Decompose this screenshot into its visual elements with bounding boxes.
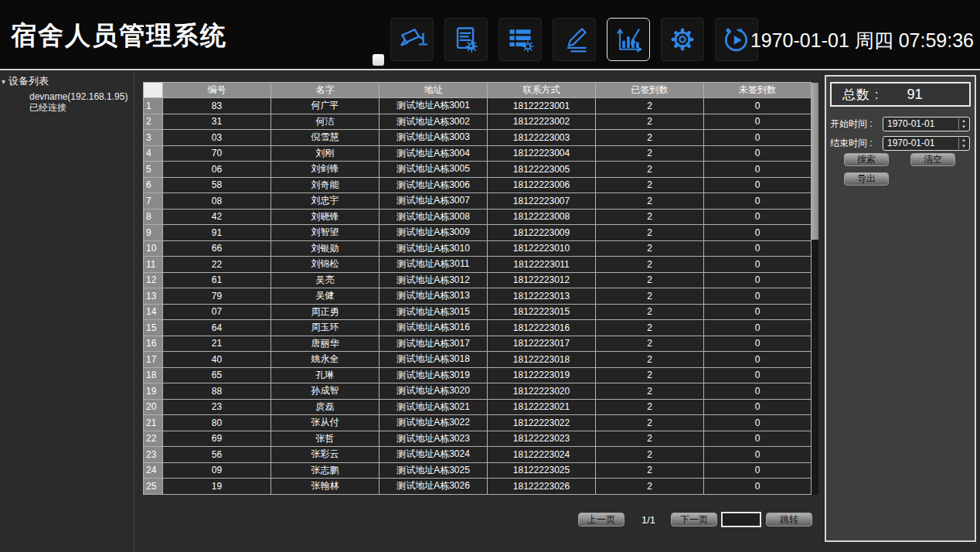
table-row[interactable]: 1261吴亮测试地址A栋30121812222301220 xyxy=(143,273,812,289)
table-row[interactable]: 231何洁测试地址A栋30021812222300220 xyxy=(143,114,812,131)
table-row[interactable]: 1379吴健测试地址A栋30131812222301320 xyxy=(143,288,812,305)
table-row[interactable]: 991刘智望测试地址A栋30091812222300920 xyxy=(143,225,812,241)
prev-page-button[interactable]: 上一页 xyxy=(578,513,624,526)
total-value: 91 xyxy=(907,87,922,103)
table-scrollbar-track[interactable] xyxy=(812,83,818,495)
table-cell: 2 xyxy=(596,305,704,321)
table-row[interactable]: 1066刘银勋测试地址A栋30101812222301020 xyxy=(143,241,812,257)
table-row[interactable]: 183何广平测试地址A栋30011812222300120 xyxy=(143,98,812,114)
table-cell: 刘晓锋 xyxy=(271,210,379,226)
table-row[interactable]: 470刘刚测试地址A栋30041812222300420 xyxy=(143,146,812,162)
table-cell: 08 xyxy=(163,193,271,210)
table-cell: 测试地址A栋3016 xyxy=(379,320,488,336)
row-number: 5 xyxy=(143,162,163,178)
playback-icon xyxy=(721,24,752,55)
table-cell: 18122223019 xyxy=(488,368,596,384)
device-item[interactable]: devname(192.168.1.95) 已经连接 xyxy=(29,91,134,113)
table-cell: 2 xyxy=(596,241,704,257)
table-cell: 2 xyxy=(596,178,704,194)
table-cell: 18122223022 xyxy=(488,415,596,431)
column-header-1[interactable]: 编号 xyxy=(163,82,271,98)
toolbar-register-button[interactable] xyxy=(553,18,596,61)
table-cell: 刘银勋 xyxy=(271,241,379,257)
table-row[interactable]: 1865孔琳测试地址A栋30191812222301920 xyxy=(143,368,812,384)
table-row[interactable]: 658刘奇能测试地址A栋30061812222300620 xyxy=(143,178,812,194)
row-number: 11 xyxy=(143,257,163,273)
table-row[interactable]: 1988孙成智测试地址A栋30201812222302020 xyxy=(143,383,812,400)
table-cell: 91 xyxy=(163,225,271,241)
column-header-3[interactable]: 地址 xyxy=(379,82,488,98)
app-header: 宿舍人员管理系统 xyxy=(0,0,980,70)
table-cell: 23 xyxy=(163,400,271,416)
device-list-group[interactable]: ▾ 设备列表 xyxy=(0,72,134,88)
table-cell: 0 xyxy=(704,368,812,384)
jump-page-input[interactable] xyxy=(721,512,761,527)
table-cell: 测试地址A栋3023 xyxy=(379,431,488,448)
table-row[interactable]: 2519张翰林测试地址A栋30261812222302620 xyxy=(143,479,812,495)
table-row[interactable]: 2023庹磊测试地址A栋30211812222302120 xyxy=(143,400,812,416)
clear-button[interactable]: 清空 xyxy=(910,153,955,166)
table-cell: 测试地址A栋3001 xyxy=(379,98,488,114)
table-row[interactable]: 1740姚永全测试地址A栋30181812222301820 xyxy=(143,352,812,368)
table-cell: 测试地址A栋3011 xyxy=(379,257,488,273)
table-row[interactable]: 1621唐丽华测试地址A栋30171812222301720 xyxy=(143,336,812,353)
table-row[interactable]: 1122刘锦松测试地址A栋30111812222301120 xyxy=(143,257,812,273)
toolbar-settings-button[interactable] xyxy=(661,18,704,61)
table-row[interactable]: 506刘剑锋测试地址A栋30051812222300520 xyxy=(143,162,812,178)
column-header-5[interactable]: 已签到数 xyxy=(596,82,704,98)
start-date-input[interactable]: 1970-01-01 ▲▼ xyxy=(883,117,970,131)
table-cell: 2 xyxy=(596,130,704,146)
next-page-button[interactable]: 下一页 xyxy=(671,513,717,526)
table-row[interactable]: 2269张哲测试地址A栋30231812222302320 xyxy=(143,431,812,448)
end-time-label: 结束时间 : xyxy=(830,137,883,150)
end-date-input[interactable]: 1970-01-01 ▲▼ xyxy=(883,136,970,151)
table-cell: 61 xyxy=(163,273,271,289)
table-row[interactable]: 2180张从付测试地址A栋30221812222302220 xyxy=(143,415,812,431)
table-cell: 0 xyxy=(704,241,812,257)
toolbar-camera-button[interactable] xyxy=(390,18,434,61)
export-button[interactable]: 导出 xyxy=(844,172,889,186)
table-cell: 刘忠宇 xyxy=(271,193,379,210)
table-cell: 31 xyxy=(163,114,271,131)
table-row[interactable]: 2409张志鹏测试地址A栋30251812222302520 xyxy=(143,463,812,479)
table-cell: 18122223001 xyxy=(488,98,596,114)
mini-white-box xyxy=(373,54,384,66)
table-row[interactable]: 842刘晓锋测试地址A栋30081812222300820 xyxy=(143,210,812,226)
table-cell: 2 xyxy=(596,146,704,162)
table-cell: 刘剑锋 xyxy=(271,162,379,178)
column-header-4[interactable]: 联系方式 xyxy=(488,82,596,98)
row-number: 24 xyxy=(143,463,163,479)
table-row[interactable]: 2356张彩云测试地址A栋30241812222302420 xyxy=(143,447,812,463)
toolbar-data-records-button[interactable] xyxy=(499,18,542,61)
device-status: 已经连接 xyxy=(29,102,134,113)
table-row[interactable]: 1407周正勇测试地址A栋30151812222301520 xyxy=(143,305,812,321)
table-cell: 测试地址A栋3026 xyxy=(379,479,488,495)
table-scrollbar-thumb[interactable] xyxy=(812,83,818,240)
row-number: 14 xyxy=(143,305,163,321)
toolbar-statistics-button[interactable] xyxy=(607,18,650,61)
toolbar-log-report-button[interactable] xyxy=(444,18,488,61)
row-number: 15 xyxy=(143,320,163,336)
table-cell: 0 xyxy=(704,273,812,289)
table-cell: 0 xyxy=(704,162,812,178)
column-header-2[interactable]: 名字 xyxy=(271,82,379,98)
table-cell: 张志鹏 xyxy=(271,463,379,479)
table-cell: 测试地址A栋3005 xyxy=(379,162,488,178)
table-cell: 测试地址A栋3008 xyxy=(379,210,488,226)
start-date-spinner[interactable]: ▲▼ xyxy=(958,118,968,130)
table-row[interactable]: 1564周玉环测试地址A栋30161812222301620 xyxy=(143,320,812,336)
table-cell: 周玉环 xyxy=(271,320,379,336)
row-number: 1 xyxy=(143,98,163,114)
jump-button[interactable]: 跳转 xyxy=(766,513,812,526)
table-corner-cell xyxy=(143,82,163,98)
search-button[interactable]: 搜索 xyxy=(844,153,889,166)
end-date-spinner[interactable]: ▲▼ xyxy=(958,138,968,149)
table-row[interactable]: 708刘忠宇测试地址A栋30071812222300720 xyxy=(143,193,812,210)
column-header-6[interactable]: 未签到数 xyxy=(704,82,812,98)
table-cell: 88 xyxy=(163,383,271,400)
table-cell: 18122223008 xyxy=(488,210,596,226)
table-row[interactable]: 303倪雪慧测试地址A栋30031812222300320 xyxy=(143,130,812,146)
table-cell: 2 xyxy=(596,336,704,353)
table-cell: 2 xyxy=(596,479,704,495)
row-number: 20 xyxy=(143,400,163,416)
